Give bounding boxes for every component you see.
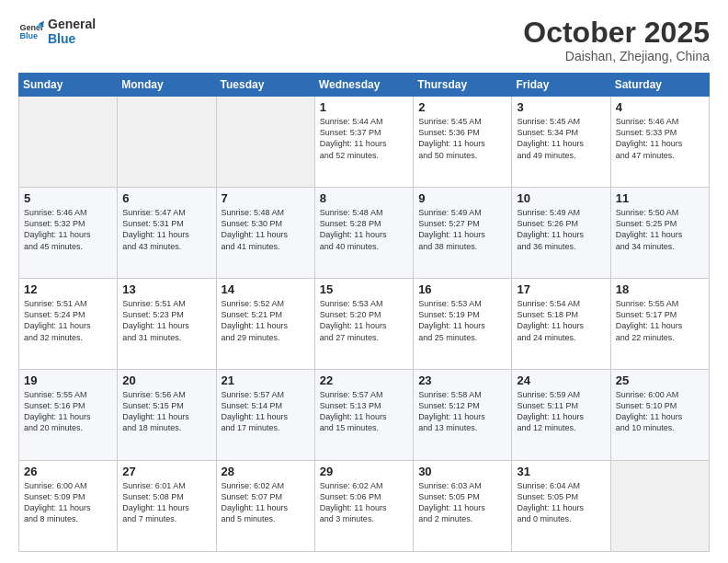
day-info: Sunrise: 5:54 AM Sunset: 5:18 PM Dayligh…: [517, 298, 605, 343]
day-info: Sunrise: 5:51 AM Sunset: 5:24 PM Dayligh…: [24, 298, 112, 343]
calendar-cell: 20Sunrise: 5:56 AM Sunset: 5:15 PM Dayli…: [118, 370, 216, 461]
calendar-cell: 26Sunrise: 6:00 AM Sunset: 5:09 PM Dayli…: [19, 461, 118, 552]
day-info: Sunrise: 5:55 AM Sunset: 5:17 PM Dayligh…: [616, 298, 704, 343]
calendar-cell: [610, 461, 709, 552]
calendar-cell: 4Sunrise: 5:46 AM Sunset: 5:33 PM Daylig…: [610, 97, 709, 188]
day-info: Sunrise: 6:04 AM Sunset: 5:05 PM Dayligh…: [517, 480, 605, 525]
calendar-cell: 8Sunrise: 5:48 AM Sunset: 5:28 PM Daylig…: [314, 188, 413, 279]
calendar-cell: 27Sunrise: 6:01 AM Sunset: 5:08 PM Dayli…: [118, 461, 216, 552]
day-number: 13: [122, 282, 210, 296]
day-number: 26: [24, 465, 112, 478]
day-number: 21: [222, 373, 310, 387]
calendar-cell: 10Sunrise: 5:49 AM Sunset: 5:26 PM Dayli…: [512, 188, 610, 279]
day-number: 6: [122, 191, 210, 205]
day-info: Sunrise: 6:00 AM Sunset: 5:10 PM Dayligh…: [616, 389, 704, 434]
day-info: Sunrise: 5:57 AM Sunset: 5:14 PM Dayligh…: [222, 389, 310, 434]
day-number: 24: [517, 373, 605, 387]
day-info: Sunrise: 5:57 AM Sunset: 5:13 PM Dayligh…: [320, 389, 408, 434]
week-row-2: 12Sunrise: 5:51 AM Sunset: 5:24 PM Dayli…: [19, 279, 710, 370]
calendar-cell: 30Sunrise: 6:03 AM Sunset: 5:05 PM Dayli…: [414, 461, 512, 552]
day-info: Sunrise: 6:02 AM Sunset: 5:07 PM Dayligh…: [222, 480, 310, 525]
day-info: Sunrise: 5:44 AM Sunset: 5:37 PM Dayligh…: [320, 116, 408, 161]
calendar-cell: 23Sunrise: 5:58 AM Sunset: 5:12 PM Dayli…: [414, 370, 512, 461]
day-info: Sunrise: 5:46 AM Sunset: 5:33 PM Dayligh…: [616, 116, 704, 161]
calendar-cell: 6Sunrise: 5:47 AM Sunset: 5:31 PM Daylig…: [118, 188, 216, 279]
day-number: 19: [24, 373, 112, 387]
day-info: Sunrise: 5:46 AM Sunset: 5:32 PM Dayligh…: [24, 207, 112, 252]
day-number: 16: [418, 282, 506, 296]
day-number: 18: [616, 282, 704, 296]
calendar-cell: [216, 97, 314, 188]
col-header-friday: Friday: [512, 74, 610, 97]
week-row-4: 26Sunrise: 6:00 AM Sunset: 5:09 PM Dayli…: [19, 461, 710, 552]
day-number: 2: [418, 100, 506, 114]
logo-icon: General Blue: [18, 18, 44, 44]
day-number: 20: [122, 373, 210, 387]
calendar-cell: 15Sunrise: 5:53 AM Sunset: 5:20 PM Dayli…: [314, 279, 413, 370]
day-info: Sunrise: 5:51 AM Sunset: 5:23 PM Dayligh…: [122, 298, 210, 343]
day-number: 10: [517, 191, 605, 205]
day-info: Sunrise: 5:49 AM Sunset: 5:27 PM Dayligh…: [418, 207, 506, 252]
calendar-subtitle: Daishan, Zhejiang, China: [523, 49, 710, 63]
day-info: Sunrise: 5:49 AM Sunset: 5:26 PM Dayligh…: [517, 207, 605, 252]
day-number: 17: [517, 282, 605, 296]
week-row-0: 1Sunrise: 5:44 AM Sunset: 5:37 PM Daylig…: [19, 97, 710, 188]
day-number: 8: [320, 191, 408, 205]
calendar-cell: 2Sunrise: 5:45 AM Sunset: 5:36 PM Daylig…: [414, 97, 512, 188]
day-number: 11: [616, 191, 704, 205]
logo-general: General: [48, 17, 96, 31]
day-number: 31: [517, 465, 605, 478]
calendar-cell: 22Sunrise: 5:57 AM Sunset: 5:13 PM Dayli…: [314, 370, 413, 461]
calendar-cell: 19Sunrise: 5:55 AM Sunset: 5:16 PM Dayli…: [19, 370, 118, 461]
day-info: Sunrise: 5:52 AM Sunset: 5:21 PM Dayligh…: [222, 298, 310, 343]
day-number: 15: [320, 282, 408, 296]
calendar-cell: 9Sunrise: 5:49 AM Sunset: 5:27 PM Daylig…: [414, 188, 512, 279]
col-header-saturday: Saturday: [610, 74, 709, 97]
logo-blue: Blue: [48, 31, 75, 46]
day-info: Sunrise: 6:03 AM Sunset: 5:05 PM Dayligh…: [418, 480, 506, 525]
calendar-cell: 13Sunrise: 5:51 AM Sunset: 5:23 PM Dayli…: [118, 279, 216, 370]
calendar-cell: 11Sunrise: 5:50 AM Sunset: 5:25 PM Dayli…: [610, 188, 709, 279]
day-number: 29: [320, 465, 408, 478]
day-info: Sunrise: 5:53 AM Sunset: 5:20 PM Dayligh…: [320, 298, 408, 343]
calendar-cell: 31Sunrise: 6:04 AM Sunset: 5:05 PM Dayli…: [512, 461, 610, 552]
col-header-thursday: Thursday: [414, 74, 512, 97]
day-number: 1: [320, 100, 408, 114]
calendar-cell: 16Sunrise: 5:53 AM Sunset: 5:19 PM Dayli…: [414, 279, 512, 370]
col-header-wednesday: Wednesday: [314, 74, 413, 97]
day-info: Sunrise: 5:53 AM Sunset: 5:19 PM Dayligh…: [418, 298, 506, 343]
day-number: 23: [418, 373, 506, 387]
header-row: SundayMondayTuesdayWednesdayThursdayFrid…: [19, 74, 710, 97]
day-info: Sunrise: 5:45 AM Sunset: 5:34 PM Dayligh…: [517, 116, 605, 161]
page: General Blue General Blue October 2025 D…: [0, 0, 728, 563]
calendar-cell: 7Sunrise: 5:48 AM Sunset: 5:30 PM Daylig…: [216, 188, 314, 279]
logo: General Blue General Blue: [18, 17, 96, 46]
calendar-cell: 1Sunrise: 5:44 AM Sunset: 5:37 PM Daylig…: [314, 97, 413, 188]
day-number: 28: [222, 465, 310, 478]
day-info: Sunrise: 5:59 AM Sunset: 5:11 PM Dayligh…: [517, 389, 605, 434]
calendar-cell: 21Sunrise: 5:57 AM Sunset: 5:14 PM Dayli…: [216, 370, 314, 461]
day-info: Sunrise: 5:56 AM Sunset: 5:15 PM Dayligh…: [122, 389, 210, 434]
header: General Blue General Blue October 2025 D…: [18, 17, 710, 63]
day-info: Sunrise: 5:48 AM Sunset: 5:28 PM Dayligh…: [320, 207, 408, 252]
day-info: Sunrise: 5:55 AM Sunset: 5:16 PM Dayligh…: [24, 389, 112, 434]
col-header-monday: Monday: [118, 74, 216, 97]
day-number: 30: [418, 465, 506, 478]
day-info: Sunrise: 5:48 AM Sunset: 5:30 PM Dayligh…: [222, 207, 310, 252]
calendar-title: October 2025: [523, 17, 710, 49]
day-number: 14: [222, 282, 310, 296]
day-info: Sunrise: 5:47 AM Sunset: 5:31 PM Dayligh…: [122, 207, 210, 252]
day-number: 22: [320, 373, 408, 387]
day-number: 12: [24, 282, 112, 296]
calendar-cell: 28Sunrise: 6:02 AM Sunset: 5:07 PM Dayli…: [216, 461, 314, 552]
calendar-cell: 3Sunrise: 5:45 AM Sunset: 5:34 PM Daylig…: [512, 97, 610, 188]
day-number: 27: [122, 465, 210, 478]
calendar-cell: 17Sunrise: 5:54 AM Sunset: 5:18 PM Dayli…: [512, 279, 610, 370]
svg-text:Blue: Blue: [19, 31, 38, 40]
day-number: 7: [222, 191, 310, 205]
week-row-3: 19Sunrise: 5:55 AM Sunset: 5:16 PM Dayli…: [19, 370, 710, 461]
day-info: Sunrise: 5:58 AM Sunset: 5:12 PM Dayligh…: [418, 389, 506, 434]
day-number: 3: [517, 100, 605, 114]
day-number: 25: [616, 373, 704, 387]
calendar-cell: 29Sunrise: 6:02 AM Sunset: 5:06 PM Dayli…: [314, 461, 413, 552]
